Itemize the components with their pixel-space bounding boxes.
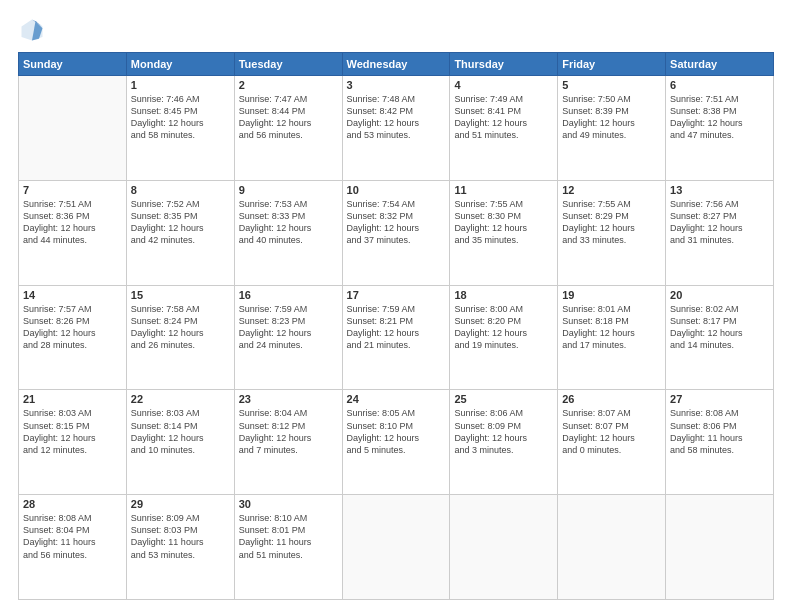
day-number: 6 (670, 79, 769, 91)
calendar-cell: 20Sunrise: 8:02 AM Sunset: 8:17 PM Dayli… (666, 285, 774, 390)
day-info: Sunrise: 7:52 AM Sunset: 8:35 PM Dayligh… (131, 198, 230, 247)
logo (18, 16, 50, 44)
day-number: 7 (23, 184, 122, 196)
calendar-cell (666, 495, 774, 600)
logo-icon (18, 16, 46, 44)
day-info: Sunrise: 8:05 AM Sunset: 8:10 PM Dayligh… (347, 407, 446, 456)
day-info: Sunrise: 8:01 AM Sunset: 8:18 PM Dayligh… (562, 303, 661, 352)
day-number: 14 (23, 289, 122, 301)
calendar-cell: 4Sunrise: 7:49 AM Sunset: 8:41 PM Daylig… (450, 76, 558, 181)
day-info: Sunrise: 7:49 AM Sunset: 8:41 PM Dayligh… (454, 93, 553, 142)
weekday-wednesday: Wednesday (342, 53, 450, 76)
weekday-saturday: Saturday (666, 53, 774, 76)
day-number: 21 (23, 393, 122, 405)
calendar-week-1: 1Sunrise: 7:46 AM Sunset: 8:45 PM Daylig… (19, 76, 774, 181)
day-number: 26 (562, 393, 661, 405)
day-number: 8 (131, 184, 230, 196)
calendar-cell: 19Sunrise: 8:01 AM Sunset: 8:18 PM Dayli… (558, 285, 666, 390)
calendar-cell: 10Sunrise: 7:54 AM Sunset: 8:32 PM Dayli… (342, 180, 450, 285)
calendar-cell: 12Sunrise: 7:55 AM Sunset: 8:29 PM Dayli… (558, 180, 666, 285)
weekday-thursday: Thursday (450, 53, 558, 76)
day-info: Sunrise: 7:55 AM Sunset: 8:29 PM Dayligh… (562, 198, 661, 247)
day-info: Sunrise: 7:51 AM Sunset: 8:38 PM Dayligh… (670, 93, 769, 142)
day-number: 13 (670, 184, 769, 196)
day-info: Sunrise: 7:48 AM Sunset: 8:42 PM Dayligh… (347, 93, 446, 142)
day-info: Sunrise: 8:00 AM Sunset: 8:20 PM Dayligh… (454, 303, 553, 352)
calendar-cell: 7Sunrise: 7:51 AM Sunset: 8:36 PM Daylig… (19, 180, 127, 285)
day-info: Sunrise: 8:07 AM Sunset: 8:07 PM Dayligh… (562, 407, 661, 456)
day-info: Sunrise: 7:50 AM Sunset: 8:39 PM Dayligh… (562, 93, 661, 142)
day-info: Sunrise: 7:55 AM Sunset: 8:30 PM Dayligh… (454, 198, 553, 247)
day-info: Sunrise: 7:58 AM Sunset: 8:24 PM Dayligh… (131, 303, 230, 352)
day-info: Sunrise: 7:53 AM Sunset: 8:33 PM Dayligh… (239, 198, 338, 247)
day-info: Sunrise: 8:03 AM Sunset: 8:14 PM Dayligh… (131, 407, 230, 456)
day-number: 23 (239, 393, 338, 405)
day-number: 25 (454, 393, 553, 405)
header (18, 16, 774, 44)
calendar-cell: 13Sunrise: 7:56 AM Sunset: 8:27 PM Dayli… (666, 180, 774, 285)
calendar-cell: 15Sunrise: 7:58 AM Sunset: 8:24 PM Dayli… (126, 285, 234, 390)
weekday-sunday: Sunday (19, 53, 127, 76)
weekday-friday: Friday (558, 53, 666, 76)
day-info: Sunrise: 7:57 AM Sunset: 8:26 PM Dayligh… (23, 303, 122, 352)
day-info: Sunrise: 7:51 AM Sunset: 8:36 PM Dayligh… (23, 198, 122, 247)
day-info: Sunrise: 7:47 AM Sunset: 8:44 PM Dayligh… (239, 93, 338, 142)
calendar-cell: 28Sunrise: 8:08 AM Sunset: 8:04 PM Dayli… (19, 495, 127, 600)
weekday-tuesday: Tuesday (234, 53, 342, 76)
calendar-cell: 6Sunrise: 7:51 AM Sunset: 8:38 PM Daylig… (666, 76, 774, 181)
calendar-cell: 22Sunrise: 8:03 AM Sunset: 8:14 PM Dayli… (126, 390, 234, 495)
calendar-table: SundayMondayTuesdayWednesdayThursdayFrid… (18, 52, 774, 600)
day-number: 19 (562, 289, 661, 301)
day-info: Sunrise: 7:46 AM Sunset: 8:45 PM Dayligh… (131, 93, 230, 142)
calendar-cell: 24Sunrise: 8:05 AM Sunset: 8:10 PM Dayli… (342, 390, 450, 495)
calendar-cell: 23Sunrise: 8:04 AM Sunset: 8:12 PM Dayli… (234, 390, 342, 495)
calendar-cell: 16Sunrise: 7:59 AM Sunset: 8:23 PM Dayli… (234, 285, 342, 390)
calendar-cell: 9Sunrise: 7:53 AM Sunset: 8:33 PM Daylig… (234, 180, 342, 285)
calendar-week-5: 28Sunrise: 8:08 AM Sunset: 8:04 PM Dayli… (19, 495, 774, 600)
day-number: 28 (23, 498, 122, 510)
day-info: Sunrise: 8:10 AM Sunset: 8:01 PM Dayligh… (239, 512, 338, 561)
day-info: Sunrise: 8:08 AM Sunset: 8:06 PM Dayligh… (670, 407, 769, 456)
day-number: 10 (347, 184, 446, 196)
day-number: 20 (670, 289, 769, 301)
calendar-week-3: 14Sunrise: 7:57 AM Sunset: 8:26 PM Dayli… (19, 285, 774, 390)
day-number: 5 (562, 79, 661, 91)
calendar-cell (342, 495, 450, 600)
day-info: Sunrise: 8:06 AM Sunset: 8:09 PM Dayligh… (454, 407, 553, 456)
day-number: 16 (239, 289, 338, 301)
day-info: Sunrise: 8:02 AM Sunset: 8:17 PM Dayligh… (670, 303, 769, 352)
calendar-cell: 17Sunrise: 7:59 AM Sunset: 8:21 PM Dayli… (342, 285, 450, 390)
day-info: Sunrise: 7:56 AM Sunset: 8:27 PM Dayligh… (670, 198, 769, 247)
day-info: Sunrise: 8:09 AM Sunset: 8:03 PM Dayligh… (131, 512, 230, 561)
day-info: Sunrise: 8:04 AM Sunset: 8:12 PM Dayligh… (239, 407, 338, 456)
day-number: 22 (131, 393, 230, 405)
day-number: 15 (131, 289, 230, 301)
day-number: 24 (347, 393, 446, 405)
calendar-cell (450, 495, 558, 600)
calendar-cell: 25Sunrise: 8:06 AM Sunset: 8:09 PM Dayli… (450, 390, 558, 495)
calendar-cell: 5Sunrise: 7:50 AM Sunset: 8:39 PM Daylig… (558, 76, 666, 181)
day-info: Sunrise: 7:59 AM Sunset: 8:21 PM Dayligh… (347, 303, 446, 352)
calendar-week-4: 21Sunrise: 8:03 AM Sunset: 8:15 PM Dayli… (19, 390, 774, 495)
calendar-cell (19, 76, 127, 181)
calendar-cell: 27Sunrise: 8:08 AM Sunset: 8:06 PM Dayli… (666, 390, 774, 495)
calendar-cell: 3Sunrise: 7:48 AM Sunset: 8:42 PM Daylig… (342, 76, 450, 181)
page: SundayMondayTuesdayWednesdayThursdayFrid… (0, 0, 792, 612)
calendar-cell: 18Sunrise: 8:00 AM Sunset: 8:20 PM Dayli… (450, 285, 558, 390)
weekday-monday: Monday (126, 53, 234, 76)
calendar-cell: 14Sunrise: 7:57 AM Sunset: 8:26 PM Dayli… (19, 285, 127, 390)
day-info: Sunrise: 8:08 AM Sunset: 8:04 PM Dayligh… (23, 512, 122, 561)
calendar-cell: 11Sunrise: 7:55 AM Sunset: 8:30 PM Dayli… (450, 180, 558, 285)
day-info: Sunrise: 7:54 AM Sunset: 8:32 PM Dayligh… (347, 198, 446, 247)
day-number: 29 (131, 498, 230, 510)
calendar-cell: 2Sunrise: 7:47 AM Sunset: 8:44 PM Daylig… (234, 76, 342, 181)
day-number: 1 (131, 79, 230, 91)
calendar-cell: 21Sunrise: 8:03 AM Sunset: 8:15 PM Dayli… (19, 390, 127, 495)
day-number: 30 (239, 498, 338, 510)
calendar-week-2: 7Sunrise: 7:51 AM Sunset: 8:36 PM Daylig… (19, 180, 774, 285)
day-number: 27 (670, 393, 769, 405)
calendar-cell: 29Sunrise: 8:09 AM Sunset: 8:03 PM Dayli… (126, 495, 234, 600)
day-info: Sunrise: 7:59 AM Sunset: 8:23 PM Dayligh… (239, 303, 338, 352)
calendar-cell: 8Sunrise: 7:52 AM Sunset: 8:35 PM Daylig… (126, 180, 234, 285)
day-info: Sunrise: 8:03 AM Sunset: 8:15 PM Dayligh… (23, 407, 122, 456)
